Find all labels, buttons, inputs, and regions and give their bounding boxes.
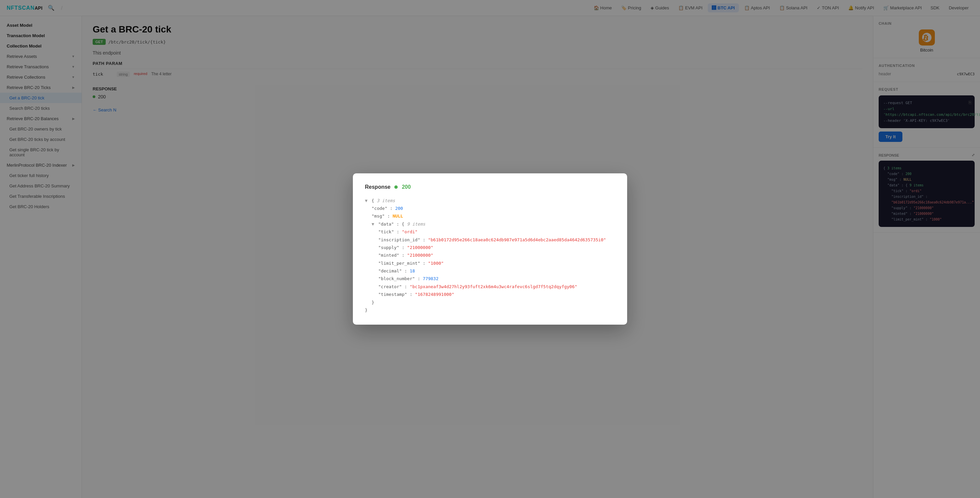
json-minted-field: "minted" : "21000000" (378, 251, 615, 259)
json-msg-field: "msg" : NULL (372, 212, 615, 220)
modal-status-dot (395, 185, 398, 189)
modal-response-label: Response (365, 184, 390, 190)
collapse-data-arrow[interactable]: ▼ (372, 222, 374, 227)
modal-overlay[interactable]: Response 200 ▼ { 3 items "code" : 200 "m… (0, 0, 980, 498)
json-limit-field: "limit_per_mint" : "1000" (378, 259, 615, 267)
json-data-close: } (372, 298, 615, 306)
modal-status-code: 200 (402, 184, 411, 190)
json-creator-field: "creator" : "bc1pxaneaf3w4d27hl2y93fuft2… (378, 283, 615, 290)
collapse-arrow[interactable]: ▼ (365, 198, 368, 203)
json-root-close: } (365, 306, 615, 314)
json-supply-field: "supply" : "21000000" (378, 244, 615, 251)
json-block-field: "block_number" : 779832 (378, 275, 615, 283)
modal-header: Response 200 (365, 184, 615, 190)
json-decimal-field: "decimal" : 18 (378, 267, 615, 275)
json-timestamp-field: "timestamp" : "1678248991000" (378, 290, 615, 298)
json-block: ▼ { 3 items "code" : 200 "msg" : NULL ▼ … (365, 197, 615, 314)
json-inscription-field: "inscription_id" : "b61b0172d95e266c18ae… (378, 236, 615, 244)
json-data-field: ▼ "data" : { 9 items (372, 220, 615, 228)
json-code-field: "code" : 200 (372, 204, 615, 212)
json-tick-field: "tick" : "ordi" (378, 228, 615, 236)
modal: Response 200 ▼ { 3 items "code" : 200 "m… (353, 173, 627, 325)
